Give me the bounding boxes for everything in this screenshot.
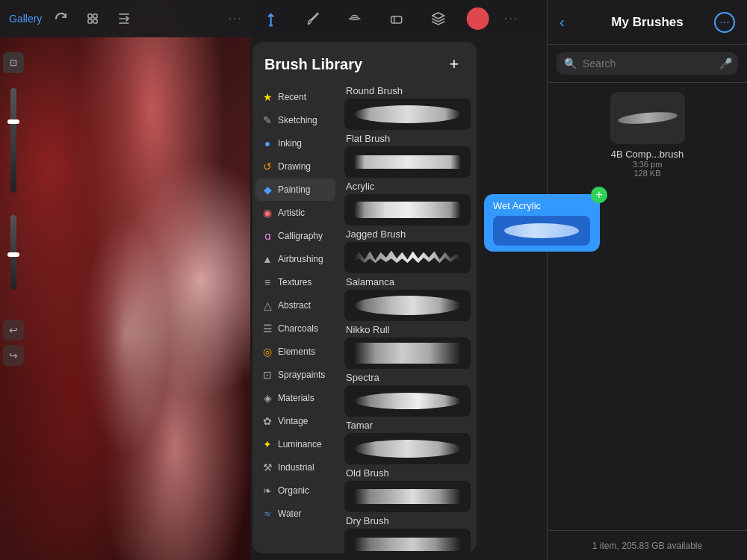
redo-button[interactable]: ↪ [3, 345, 24, 366]
search-input[interactable] [583, 57, 713, 69]
modify-icon[interactable] [49, 7, 73, 31]
more-dots-icon: ··· [719, 16, 729, 29]
brush-item-nikko[interactable]: Nikko Rull [344, 324, 471, 369]
svg-rect-1 [93, 14, 97, 18]
brush-library-title: Brush Library [264, 56, 362, 73]
brush-item-old[interactable]: Old Brush [344, 467, 471, 512]
color-picker[interactable] [467, 7, 489, 30]
storage-info: 1 item, 205.83 GB available [592, 541, 702, 551]
brush-item-jagged[interactable]: Jagged Brush [344, 228, 471, 273]
brush-card-name-4b: 4B Comp...brush [611, 149, 684, 160]
undo-button[interactable]: ↩ [3, 320, 24, 340]
svg-point-4 [269, 24, 273, 27]
category-water[interactable]: ≈ Water [255, 503, 335, 525]
brush-item-spectra[interactable]: Spectra [344, 372, 471, 417]
category-airbrushing[interactable]: ▲ Airbrushing [255, 248, 335, 270]
category-artistic-label: Artistic [278, 208, 305, 218]
brush-card-time-4b: 3:36 pm [633, 160, 663, 169]
brush-card-size-4b: 128 KB [633, 169, 660, 178]
brush-preview-acrylic [344, 194, 471, 225]
category-abstract[interactable]: △ Abstract [255, 294, 335, 317]
category-artistic[interactable]: ◉ Artistic [255, 202, 335, 224]
artistic-icon: ◉ [261, 207, 273, 219]
category-calligraphy[interactable]: ɑ Calligraphy [255, 225, 335, 247]
industrial-icon: ⚒ [261, 461, 273, 473]
category-charcoals-label: Charcoals [278, 323, 318, 334]
my-brushes-content: 4B Comp...brush 3:36 pm 128 KB [548, 83, 747, 530]
brush-size-slider[interactable] [10, 88, 16, 193]
brush-name-nikko: Nikko Rull [344, 324, 471, 335]
brush-preview-dry [344, 529, 471, 553]
canvas-area[interactable] [0, 0, 250, 560]
category-list: ★ Recent ✎ Sketching ● Inking ↺ Drawing … [252, 82, 338, 553]
my-brushes-title: My Brushes [611, 15, 683, 30]
category-vintage[interactable]: ✿ Vintage [255, 410, 335, 432]
category-organic-label: Organic [278, 485, 309, 496]
brush-card-4b[interactable]: 4B Comp...brush 3:36 pm 128 KB [557, 92, 738, 178]
pencil-tool[interactable] [258, 5, 285, 32]
brush-item-acrylic[interactable]: Acrylic [344, 181, 471, 225]
brush-name-jagged: Jagged Brush [344, 228, 471, 240]
brush-name-tamar: Tamar [344, 420, 471, 431]
layers-tool[interactable] [425, 5, 452, 32]
vintage-icon: ✿ [261, 415, 273, 427]
brush-item-round[interactable]: Round Brush [344, 85, 471, 130]
category-elements[interactable]: ◎ Elements [255, 340, 335, 363]
brush-tool[interactable] [300, 5, 326, 32]
painting-icon: ◆ [261, 184, 273, 196]
category-materials-label: Materials [278, 393, 314, 403]
brush-item-dry[interactable]: Dry Brush [344, 515, 471, 553]
category-calligraphy-label: Calligraphy [278, 231, 323, 241]
category-charcoals[interactable]: ☰ Charcoals [255, 317, 335, 340]
my-brushes-back-button[interactable]: ‹ [560, 13, 580, 31]
smudge-tool[interactable] [341, 5, 368, 32]
wet-acrylic-tooltip[interactable]: + Wet Acrylic [484, 194, 600, 252]
brush-name-old: Old Brush [344, 467, 471, 479]
brush-preview-nikko [344, 337, 471, 369]
brush-item-tamar[interactable]: Tamar [344, 420, 471, 464]
brush-library-header: Brush Library + [252, 42, 477, 82]
left-tools: ⊡ ↩ ↪ [0, 37, 26, 560]
opacity-slider[interactable] [10, 215, 16, 290]
category-recent[interactable]: ★ Recent [255, 86, 335, 108]
eraser-tool[interactable] [383, 5, 410, 32]
gallery-button[interactable]: Gallery [9, 13, 42, 25]
brush-preview-jagged [344, 242, 471, 273]
brush-name-flat: Flat Brush [344, 133, 471, 144]
category-water-label: Water [278, 508, 302, 519]
brush-name-spectra: Spectra [344, 372, 471, 383]
category-vintage-label: Vintage [278, 416, 308, 426]
category-industrial[interactable]: ⚒ Industrial [255, 456, 335, 479]
category-drawing[interactable]: ↺ Drawing [255, 155, 335, 178]
category-abstract-label: Abstract [278, 300, 311, 311]
my-brushes-more-button[interactable]: ··· [714, 12, 735, 33]
category-organic[interactable]: ❧ Organic [255, 479, 335, 502]
category-materials[interactable]: ◈ Materials [255, 387, 335, 409]
category-painting-label: Painting [278, 184, 310, 195]
center-tools: ··· [229, 5, 519, 32]
category-sketching-label: Sketching [278, 115, 317, 125]
category-textures[interactable]: ≡ Textures [255, 271, 335, 293]
mic-icon[interactable]: 🎤 [719, 57, 732, 69]
category-inking[interactable]: ● Inking [255, 132, 335, 155]
airbrushing-icon: ▲ [261, 253, 273, 265]
category-spraypaints[interactable]: ⊡ Spraypaints [255, 364, 335, 386]
category-luminance-label: Luminance [278, 439, 322, 449]
brush-preview-spectra [344, 385, 471, 417]
category-luminance[interactable]: ✦ Luminance [255, 433, 335, 455]
add-brush-button[interactable]: + [444, 54, 465, 75]
search-bar[interactable]: 🔍 🎤 [557, 52, 738, 75]
tool-options[interactable]: ⊡ [3, 52, 24, 73]
category-recent-label: Recent [278, 92, 306, 102]
brush-item-flat[interactable]: Flat Brush [344, 133, 471, 178]
inking-icon: ● [261, 137, 273, 149]
add-to-my-brushes-button[interactable]: + [591, 187, 607, 203]
brush-item-salamanca[interactable]: Salamanca [344, 276, 471, 321]
svg-rect-5 [391, 16, 402, 23]
materials-icon: ◈ [261, 392, 273, 404]
category-painting[interactable]: ◆ Painting [255, 178, 335, 201]
category-sketching[interactable]: ✎ Sketching [255, 109, 335, 131]
selection-icon[interactable] [81, 7, 105, 31]
transform-icon[interactable] [112, 7, 136, 31]
spraypaints-icon: ⊡ [261, 369, 273, 381]
